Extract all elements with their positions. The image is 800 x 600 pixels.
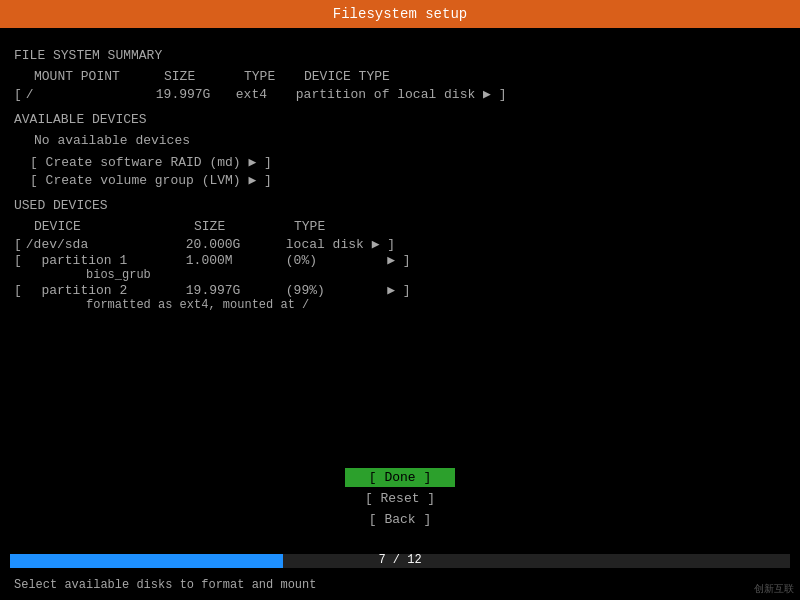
- fs-header-mount: MOUNT POINT: [34, 69, 164, 84]
- fs-header-size: SIZE: [164, 69, 244, 84]
- create-raid-button[interactable]: [ Create software RAID (md) ▶ ]: [14, 154, 786, 170]
- create-lvm-button[interactable]: [ Create volume group (LVM) ▶ ]: [14, 172, 786, 188]
- sda-bracket-open: [: [14, 237, 22, 252]
- fs-mount-point: /: [26, 87, 156, 102]
- device-row-sda[interactable]: [ /dev/sda 20.000G local disk ▶ ]: [14, 236, 786, 252]
- device-row-part1[interactable]: [ partition 1 1.000M (0%) ▶ ]: [14, 252, 786, 268]
- buttons-area: [ Done ] [ Reset ] [ Back ]: [345, 468, 455, 529]
- fs-summary-header: FILE SYSTEM SUMMARY: [14, 48, 786, 63]
- main-content: FILE SYSTEM SUMMARY MOUNT POINT SIZE TYP…: [0, 28, 800, 322]
- progress-text: 7 / 12: [378, 553, 421, 567]
- fs-bracket-open: [: [14, 87, 22, 102]
- fs-size: 19.997G: [156, 87, 236, 102]
- fs-header-device-type: DEVICE TYPE: [304, 69, 786, 84]
- device-row-part2[interactable]: [ partition 2 19.997G (99%) ▶ ]: [14, 282, 786, 298]
- d-header-size: SIZE: [194, 219, 294, 234]
- fs-header-type: TYPE: [244, 69, 304, 84]
- device-table-headers: DEVICE SIZE TYPE: [14, 219, 786, 234]
- available-header: AVAILABLE DEVICES: [14, 112, 786, 127]
- sda-type: local disk ▶ ]: [286, 236, 786, 252]
- watermark: 创新互联: [754, 582, 794, 596]
- no-devices-text: No available devices: [14, 133, 786, 148]
- used-section: USED DEVICES DEVICE SIZE TYPE [ /dev/sda…: [14, 198, 786, 312]
- fs-type: ext4: [236, 87, 296, 102]
- d-header-type: TYPE: [294, 219, 786, 234]
- title-bar: Filesystem setup: [0, 0, 800, 28]
- part2-type: (99%) ▶ ]: [286, 282, 786, 298]
- status-bar: Select available disks to format and mou…: [14, 578, 720, 592]
- part2-size: 19.997G: [186, 283, 286, 298]
- part1-type: (0%) ▶ ]: [286, 252, 786, 268]
- sda-size: 20.000G: [186, 237, 286, 252]
- done-button[interactable]: [ Done ]: [345, 468, 455, 487]
- part1-bracket-open: [: [14, 253, 22, 268]
- part1-device: partition 1: [26, 253, 186, 268]
- fs-device-type: partition of local disk ▶ ]: [296, 86, 786, 102]
- part1-info: bios_grub: [14, 268, 786, 282]
- sda-device: /dev/sda: [26, 237, 186, 252]
- fs-row-root[interactable]: [ / 19.997G ext4 partition of local disk…: [14, 86, 786, 102]
- progress-bar-fill: [10, 554, 283, 568]
- available-section: AVAILABLE DEVICES No available devices […: [14, 112, 786, 188]
- reset-button[interactable]: [ Reset ]: [345, 489, 455, 508]
- title-label: Filesystem setup: [333, 6, 467, 22]
- part2-info: formatted as ext4, mounted at /: [14, 298, 786, 312]
- d-header-device: DEVICE: [34, 219, 194, 234]
- part1-size: 1.000M: [186, 253, 286, 268]
- back-button[interactable]: [ Back ]: [345, 510, 455, 529]
- part2-bracket-open: [: [14, 283, 22, 298]
- used-header: USED DEVICES: [14, 198, 786, 213]
- fs-table-headers: MOUNT POINT SIZE TYPE DEVICE TYPE: [14, 69, 786, 84]
- part2-device: partition 2: [26, 283, 186, 298]
